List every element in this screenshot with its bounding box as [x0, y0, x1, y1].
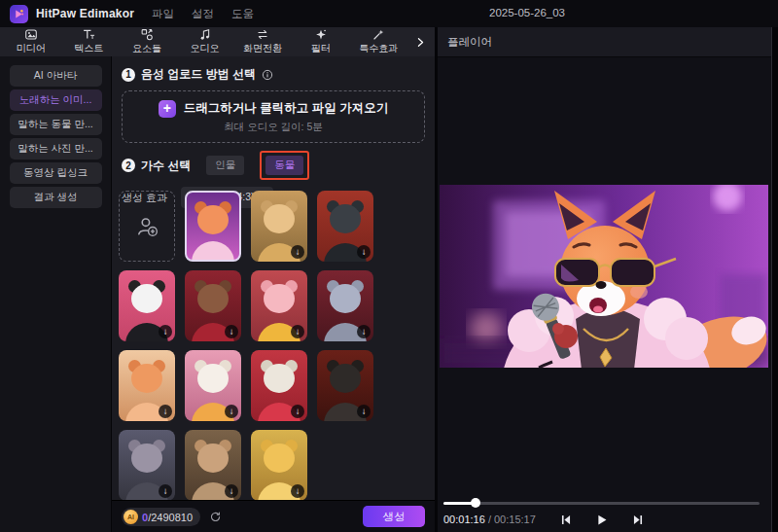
- info-icon[interactable]: [262, 69, 273, 81]
- sidebar-item-singing-image[interactable]: 노래하는 이미...: [10, 89, 102, 111]
- tool-tab-bar: 미디어텍스트요소들오디오화면전환필터특수효과: [0, 27, 435, 56]
- download-icon[interactable]: ↓: [291, 245, 304, 259]
- avatar-pomeranian-mic[interactable]: ↓: [119, 350, 175, 421]
- sidebar-item-talking-animal[interactable]: 말하는 동물 만...: [10, 114, 102, 135]
- step2-row: 2 가수 선택 인물 동물: [122, 156, 425, 175]
- download-icon[interactable]: ↓: [159, 325, 172, 338]
- character-head: [264, 284, 295, 313]
- effects-icon: [371, 28, 385, 41]
- main-panel: 1 음성 업로드 방법 선택 + 드래그하거나 클릭하고 파일 가져오기 최대 …: [112, 56, 435, 532]
- sidebar-item-video-lipsync[interactable]: 동영상 립싱크: [10, 162, 102, 184]
- download-icon[interactable]: ↓: [225, 325, 238, 338]
- character-body: [192, 241, 234, 262]
- refresh-credits-button[interactable]: [209, 511, 222, 523]
- download-icon[interactable]: ↓: [159, 405, 172, 418]
- transition-icon: [256, 28, 269, 41]
- download-icon[interactable]: ↓: [357, 405, 371, 418]
- character-head: [197, 443, 229, 473]
- character-head: [264, 204, 295, 233]
- credits-counter: AI 0/2490810: [122, 508, 200, 526]
- download-icon[interactable]: ↓: [291, 484, 304, 498]
- download-icon[interactable]: ↓: [357, 245, 371, 259]
- audio-dropzone[interactable]: + 드래그하거나 클릭하고 파일 가져오기 최대 오디오 길이: 5분: [122, 90, 425, 143]
- more-tabs-button[interactable]: [407, 27, 433, 56]
- generate-button[interactable]: 생성: [363, 506, 425, 527]
- sidebar-item-generate-result[interactable]: 결과 생성: [10, 187, 102, 208]
- add-person-icon: [134, 214, 159, 239]
- tab-filter[interactable]: 필터: [292, 27, 350, 56]
- singer-option-person[interactable]: 인물: [206, 156, 244, 175]
- menu-settings[interactable]: 설정: [192, 7, 214, 21]
- character-head: [264, 443, 295, 473]
- project-name: 2025-05-26_03: [489, 7, 565, 18]
- download-icon[interactable]: ↓: [225, 405, 238, 418]
- fox-singer-preview: [440, 185, 768, 368]
- tab-label: 필터: [311, 42, 331, 55]
- download-icon[interactable]: ↓: [159, 484, 172, 498]
- previous-frame-button[interactable]: [559, 514, 572, 526]
- main-footer: AI 0/2490810 생성: [112, 500, 435, 532]
- avatar-tuxedo-cat-mic[interactable]: ↓: [317, 191, 373, 262]
- menu-help[interactable]: 도움: [231, 7, 254, 21]
- avatar-pig-yellow-jacket[interactable]: ↓: [251, 270, 307, 341]
- plus-icon: +: [159, 100, 176, 118]
- avatar-sheep-red-coat[interactable]: ↓: [251, 350, 307, 421]
- player-header: 플레이어: [438, 27, 771, 57]
- playback-timeline[interactable]: [443, 498, 760, 508]
- tab-label: 미디어: [17, 42, 46, 55]
- character-head: [197, 205, 229, 234]
- tab-label: 특수효과: [359, 42, 398, 55]
- text-icon: [82, 28, 95, 41]
- avatar-grid: ↓↓↓↓↓↓↓↓↓↓↓↓↓: [119, 191, 373, 501]
- tab-text[interactable]: 텍스트: [60, 27, 119, 56]
- total-time: 00:15:17: [494, 514, 536, 525]
- avatar-black-cat-gold-mic[interactable]: ↓: [317, 350, 373, 421]
- avatar-fox-singer-sunglasses[interactable]: [185, 191, 241, 262]
- next-frame-button[interactable]: [631, 514, 644, 526]
- tab-effects[interactable]: 특수효과: [349, 27, 407, 56]
- step1-title: 음성 업로드 방법 선택: [141, 66, 256, 83]
- app-title: HitPaw Edimakor: [36, 7, 134, 20]
- avatar-add-avatar-placeholder[interactable]: [119, 191, 175, 262]
- time-display: 00:01:16 / 00:15:17: [443, 514, 536, 525]
- character-head: [197, 364, 229, 393]
- sidebar-item-talking-photo[interactable]: 말하는 사진 만...: [10, 138, 102, 160]
- step1-number-badge: 1: [122, 68, 135, 82]
- sidebar-item-ai-avatar[interactable]: AI 아바타: [10, 65, 102, 87]
- character-head: [330, 284, 361, 313]
- tab-label: 텍스트: [74, 42, 103, 55]
- singer-option-animal[interactable]: 동물: [265, 156, 303, 175]
- download-icon[interactable]: ↓: [225, 484, 238, 498]
- play-button[interactable]: [595, 514, 608, 526]
- step1-row: 1 음성 업로드 방법 선택: [122, 66, 425, 83]
- player-controls-row: 00:01:16 / 00:15:17: [443, 512, 760, 527]
- tab-elements[interactable]: 요소들: [118, 27, 176, 56]
- avatar-tan-lynx-mic[interactable]: ↓: [251, 191, 307, 262]
- avatar-mouse-mic[interactable]: ↓: [119, 430, 175, 501]
- timeline-handle[interactable]: [471, 498, 480, 508]
- dropzone-label: 드래그하거나 클릭하고 파일 가져오기: [184, 100, 388, 117]
- tab-audio[interactable]: 오디오: [176, 27, 234, 56]
- step2-number-badge: 2: [122, 159, 135, 172]
- character-head: [330, 204, 361, 233]
- download-icon[interactable]: ↓: [291, 405, 304, 418]
- download-icon[interactable]: ↓: [357, 325, 371, 338]
- menu-file[interactable]: 파일: [152, 7, 174, 21]
- audio-icon: [198, 28, 212, 41]
- tab-transition[interactable]: 화면전환: [233, 27, 292, 56]
- player-title: 플레이어: [447, 35, 492, 50]
- avatar-red-sequin-dog[interactable]: ↓: [185, 270, 241, 341]
- avatar-grey-bear-mic[interactable]: ↓: [317, 270, 373, 341]
- download-icon[interactable]: ↓: [291, 325, 304, 338]
- avatar-bunny-mic[interactable]: ↓: [185, 430, 241, 501]
- avatar-orange-kitten[interactable]: ↓: [251, 430, 307, 501]
- avatar-white-dog-sunglasses[interactable]: ↓: [185, 350, 241, 421]
- video-preview: [440, 185, 768, 368]
- menu-bar: 파일설정도움: [152, 7, 254, 21]
- tab-media[interactable]: 미디어: [2, 27, 60, 56]
- avatar-panda-tuxedo[interactable]: ↓: [119, 270, 175, 341]
- credits-total: /2490810: [148, 512, 193, 523]
- player-panel: 플레이어: [438, 27, 772, 532]
- character-head: [131, 284, 162, 313]
- character-head: [131, 364, 162, 393]
